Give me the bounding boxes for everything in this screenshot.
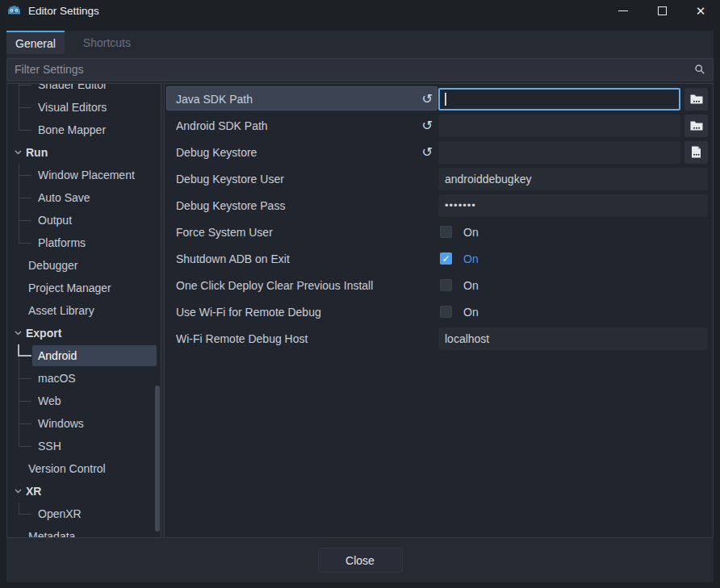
sidebar-item-platforms[interactable]: Platforms — [7, 231, 161, 254]
checkbox-state-label: On — [463, 252, 479, 265]
tree-scrollbar-thumb[interactable] — [155, 386, 160, 532]
sidebar-item-debugger[interactable]: Debugger — [7, 254, 161, 277]
minimize-button[interactable] — [604, 0, 643, 21]
setting-row-wi-fi-remote-debug-host: Wi-Fi Remote Debug Hostlocalhost — [165, 325, 713, 352]
sidebar-item-visual-editors[interactable]: Visual Editors — [7, 96, 161, 119]
chevron-down-icon[interactable] — [15, 489, 22, 494]
revert-icon[interactable]: ↺ — [422, 119, 433, 131]
checkbox-state-label: On — [463, 226, 479, 239]
sidebar-item-label: OpenXR — [38, 507, 82, 520]
setting-label-cell[interactable]: Wi-Fi Remote Debug Host — [165, 325, 438, 352]
tab-general[interactable]: General — [6, 31, 65, 54]
setting-label-cell[interactable]: Force System User — [165, 219, 438, 245]
sidebar-item-metadata[interactable]: Metadata — [7, 525, 161, 538]
sidebar-item-label: Project Manager — [28, 281, 111, 294]
setting-label: One Click Deploy Clear Previous Install — [176, 279, 373, 292]
setting-label-cell[interactable]: Use Wi-Fi for Remote Debug — [165, 298, 438, 325]
checkbox-unchecked[interactable] — [440, 279, 452, 291]
tab-shortcuts[interactable]: Shortcuts — [73, 31, 141, 54]
settings-split: Shader EditorVisual EditorsBone MapperRu… — [6, 83, 714, 538]
sidebar-item-label: Metadata — [28, 530, 75, 538]
setting-label-cell[interactable]: Debug Keystore Pass — [165, 192, 438, 219]
tree-connector — [19, 96, 19, 107]
text-input[interactable] — [438, 115, 680, 137]
tree-connector — [19, 390, 19, 401]
window-title: Editor Settings — [28, 5, 99, 17]
tree-connector — [19, 107, 19, 119]
tree-connector — [19, 367, 19, 378]
sidebar-item-windows[interactable]: Windows — [7, 412, 161, 435]
filter-placeholder: Filter Settings — [15, 63, 84, 76]
text-input[interactable] — [438, 141, 680, 164]
setting-label-cell[interactable]: One Click Deploy Clear Previous Install — [165, 272, 438, 298]
setting-label-cell[interactable]: Debug Keystore↺ — [165, 139, 438, 165]
setting-value-cell: On — [438, 219, 713, 245]
sidebar-item-label: Window Placement — [38, 169, 135, 181]
sidebar-item-shader-editor[interactable]: Shader Editor — [7, 83, 161, 96]
setting-value-cell — [438, 112, 713, 139]
sidebar-item-version-control[interactable]: Version Control — [7, 457, 161, 480]
sidebar-item-output[interactable]: Output — [7, 209, 161, 231]
checkbox-unchecked[interactable] — [440, 306, 452, 318]
tree-connector — [18, 355, 31, 357]
sidebar-item-web[interactable]: Web — [7, 390, 161, 412]
check-icon: ✓ — [442, 254, 450, 264]
maximize-button[interactable] — [643, 0, 681, 21]
setting-label-cell[interactable]: Shutdown ADB on Exit — [165, 245, 438, 272]
sidebar-item-label: Debugger — [28, 259, 78, 272]
checkbox-state-label: On — [463, 306, 479, 319]
sidebar-item-macos[interactable]: macOS — [7, 367, 161, 390]
setting-label: Debug Keystore User — [176, 173, 284, 186]
close-button[interactable]: Close — [318, 548, 403, 573]
setting-row-use-wi-fi-for-remote-debug: Use Wi-Fi for Remote DebugOn — [165, 298, 713, 325]
tree-connector — [19, 378, 19, 390]
sidebar-item-openxr[interactable]: OpenXR — [7, 503, 161, 525]
tree-connector — [19, 401, 19, 412]
browse-folder-button[interactable] — [684, 115, 708, 137]
setting-label-cell[interactable]: Android SDK Path↺ — [165, 112, 438, 139]
setting-label-cell[interactable]: Debug Keystore User — [165, 165, 438, 192]
close-icon: ✕ — [696, 5, 706, 17]
text-input[interactable] — [438, 88, 680, 111]
sidebar-item-bone-mapper[interactable]: Bone Mapper — [7, 119, 161, 141]
tree-connector — [19, 378, 31, 379]
tree-connector — [19, 231, 19, 243]
close-window-button[interactable]: ✕ — [681, 0, 720, 21]
filter-settings-input[interactable]: Filter Settings — [6, 58, 714, 81]
setting-label-cell[interactable]: Java SDK Path↺ — [165, 85, 438, 112]
setting-value-cell: localhost — [438, 325, 713, 352]
setting-row-force-system-user: Force System UserOn — [165, 219, 713, 245]
text-input[interactable]: androiddebugkey — [438, 168, 708, 190]
tree-connector — [19, 220, 19, 231]
dialog-footer: Close — [6, 538, 714, 582]
setting-row-android-sdk-path: Android SDK Path↺ — [165, 112, 713, 139]
checkbox-checked[interactable]: ✓ — [440, 252, 452, 265]
chevron-down-icon[interactable] — [15, 331, 22, 336]
sidebar-item-run[interactable]: Run — [7, 141, 161, 164]
editor-settings-window: Editor Settings ✕ General Shortcuts Filt… — [0, 0, 720, 588]
browse-folder-button[interactable] — [684, 88, 708, 111]
sidebar-item-project-manager[interactable]: Project Manager — [7, 277, 161, 299]
search-icon — [694, 64, 705, 75]
input-value: androiddebugkey — [445, 173, 531, 186]
password-input[interactable]: ••••••• — [438, 194, 708, 217]
chevron-down-icon[interactable] — [15, 150, 22, 155]
sidebar-item-asset-library[interactable]: Asset Library — [7, 299, 161, 322]
checkbox-unchecked[interactable] — [440, 226, 452, 238]
setting-row-one-click-deploy-clear-previous-install: One Click Deploy Clear Previous InstallO… — [165, 272, 713, 298]
browse-file-button[interactable] — [684, 141, 708, 164]
sidebar-item-android[interactable]: Android — [7, 344, 161, 367]
sidebar-item-ssh[interactable]: SSH — [7, 435, 161, 457]
revert-icon[interactable]: ↺ — [422, 92, 433, 105]
sidebar-item-window-placement[interactable]: Window Placement — [7, 164, 161, 186]
tree-connector — [19, 107, 31, 108]
sidebar-item-export[interactable]: Export — [7, 322, 161, 344]
tree-connector — [19, 446, 31, 447]
settings-inspector: Java SDK Path↺Android SDK Path↺Debug Key… — [164, 83, 714, 538]
revert-icon[interactable]: ↺ — [422, 145, 433, 158]
sidebar-item-label: Run — [26, 146, 48, 159]
text-input[interactable]: localhost — [438, 327, 708, 350]
sidebar-item-xr[interactable]: XR — [7, 480, 161, 503]
sidebar-item-auto-save[interactable]: Auto Save — [7, 186, 161, 209]
minimize-icon — [618, 10, 628, 11]
